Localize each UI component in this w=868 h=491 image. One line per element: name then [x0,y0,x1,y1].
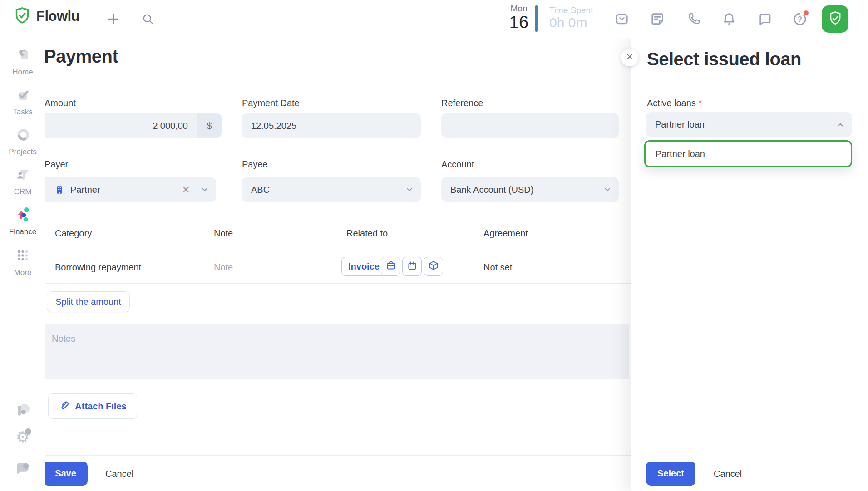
date-day: Mon [503,4,535,14]
payee-chevron-down-icon[interactable] [405,186,414,194]
col-header-related-to: Related to [346,228,388,239]
amount-input[interactable]: 2 000,00 [45,113,197,138]
currency-suffix: $ [197,113,222,138]
loan-dropdown-option[interactable]: Partner loan [644,140,852,167]
row-category-value[interactable]: Borrowing repayment [55,262,141,273]
related-event-button[interactable] [402,257,422,276]
payer-label: Payer [45,159,68,170]
note-icon [650,12,665,26]
reference-input[interactable] [441,113,619,138]
gear-icon: ⚙ [16,429,30,445]
payer-select[interactable]: Partner ✕ [45,177,216,202]
account-chevron-down-icon[interactable] [603,186,612,194]
date-divider-bar [535,5,538,32]
messages-button[interactable] [752,0,777,38]
sidebar-label-home: Home [12,68,33,77]
sidebar-item-projects[interactable]: Projects [0,127,45,157]
active-loans-select-value: Partner loan [646,119,705,130]
date-number: 16 [503,14,535,31]
col-header-note: Note [214,228,233,239]
sidebar-item-home[interactable]: Home [0,47,45,77]
plus-icon [107,12,120,26]
amount-label: Amount [45,98,76,108]
sidebar-item-tasks[interactable]: Tasks [0,87,45,117]
sidebar-settings-button[interactable]: ⚙ [0,429,45,445]
bell-icon [722,12,736,26]
help-icon: ? [792,11,808,27]
partner-p-icon [14,401,32,421]
table-bottom-divider [45,283,631,284]
select-button[interactable]: Select [646,462,695,486]
sidebar-item-more[interactable]: More [0,248,45,277]
paperclip-icon [59,400,69,413]
notes-textarea[interactable]: Notes [45,324,629,379]
help-alert-dot [804,10,809,15]
phone-icon [686,12,701,26]
payee-value: ABC [242,185,270,195]
split-amount-button[interactable]: Split the amount [47,291,130,312]
payment-dialog: Payment Amount Payment Date Reference 2 … [45,38,631,491]
header-divider [45,82,631,82]
page-title: Payment [45,46,118,67]
help-button[interactable]: ? [787,0,813,38]
close-panel-button[interactable] [621,49,638,66]
account-select[interactable]: Bank Account (USD) [441,177,619,202]
mail-button[interactable] [609,0,635,38]
table-top-divider [45,218,631,218]
payer-clear-icon[interactable]: ✕ [182,184,190,195]
calls-button[interactable] [681,0,706,38]
notifications-button[interactable] [716,0,742,38]
payment-date-value: 12.05.2025 [242,121,296,131]
flowlu-app-button[interactable] [822,5,848,33]
related-product-button[interactable] [424,257,443,276]
attach-files-button[interactable]: Attach Files [48,393,137,419]
invoice-button[interactable]: Invoice [341,257,386,276]
search-icon [142,13,154,25]
sidebar-label-projects: Projects [9,147,36,157]
payer-chevron-down-icon[interactable] [201,186,209,194]
panel-header-divider [631,82,868,82]
calendar-icon [407,260,418,273]
save-button[interactable]: Save [45,462,88,486]
row-agreement-value[interactable]: Not set [483,262,512,273]
amount-value: 2 000,00 [153,121,188,131]
calendar-date[interactable]: Mon 16 [503,4,535,31]
payer-value: Partner [70,185,100,195]
reference-label: Reference [441,98,483,108]
time-spent-label: Time Spent [549,5,593,15]
time-spent[interactable]: Time Spent 0h 0m [549,5,593,30]
close-icon [626,53,634,63]
sidebar-item-finance[interactable]: Finance [0,206,45,236]
search-button[interactable] [135,0,161,38]
sidebar-label-crm: CRM [14,187,32,196]
active-loans-label-text: Active loans [647,98,696,108]
related-briefcase-button[interactable] [381,257,400,276]
payment-cancel-button[interactable]: Cancel [105,469,133,479]
footer-divider [45,455,631,456]
flowlu-shield-icon [14,6,31,26]
payee-select[interactable]: ABC [242,177,421,202]
active-loans-select[interactable]: Partner loan [646,112,852,137]
brand-logo[interactable]: Flowlu [14,6,79,26]
sidebar-label-tasks: Tasks [13,108,32,117]
select-issued-loan-panel: Select issued loan Active loans * Partne… [631,38,868,491]
sidebar-label-finance: Finance [9,227,36,236]
panel-footer-divider [631,456,868,456]
sidebar-partner-button[interactable] [0,401,45,421]
sidebar-item-crm[interactable]: CRM [0,167,45,196]
briefcase-icon [385,260,396,273]
time-spent-value: 0h 0m [549,15,593,30]
sidebar-feedback-button[interactable] [0,459,45,478]
col-header-agreement: Agreement [483,228,528,239]
notes-button[interactable] [645,0,670,38]
payment-date-input[interactable]: 12.05.2025 [242,113,421,138]
row-note-placeholder[interactable]: Note [214,262,233,273]
attach-files-label: Attach Files [75,401,126,412]
account-value: Bank Account (USD) [441,185,533,195]
loan-cancel-button[interactable]: Cancel [714,469,742,479]
loan-option-label: Partner loan [646,149,705,159]
account-label: Account [441,159,474,170]
flowlu-app: Flowlu Mon 16 Time Spent 0h 0m [0,0,868,491]
chat-bubble-icon [14,459,31,478]
add-button[interactable] [101,0,126,38]
